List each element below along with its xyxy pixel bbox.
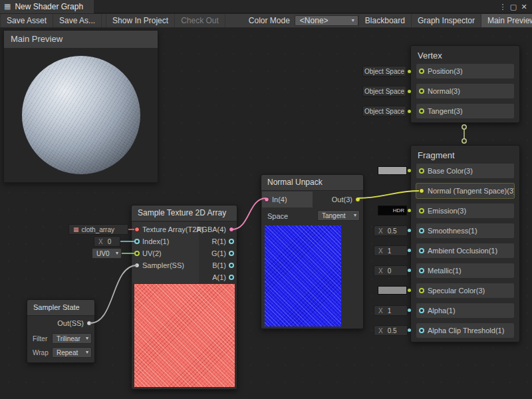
- output-r[interactable]: R(1): [212, 235, 237, 247]
- emission-widget-port: [408, 209, 411, 212]
- uv-channel-value: UV0: [96, 250, 109, 257]
- alpha-value-field[interactable]: X 1: [374, 305, 408, 316]
- base-color-widget-port: [408, 169, 411, 172]
- output-out3[interactable]: Out(3): [332, 194, 363, 205]
- input-in4[interactable]: In(4): [261, 194, 287, 205]
- fragment-row-normal-tangent-space[interactable]: Normal (Tangent Space)(3): [416, 184, 514, 198]
- index-value-field[interactable]: X 0: [94, 236, 120, 247]
- port-texture-array[interactable]: [134, 227, 140, 232]
- emission-hdr-swatch[interactable]: HDR: [378, 205, 407, 215]
- fragment-row-specular-color[interactable]: Specular Color(3): [416, 283, 514, 298]
- vertex-title: Vertex: [411, 46, 519, 64]
- fragment-row-ambient-occlusion[interactable]: Ambient Occlusion(1): [416, 243, 514, 258]
- fragment-row-base-color[interactable]: Base Color(3): [416, 164, 514, 178]
- show-in-project-button[interactable]: Show In Project: [106, 14, 175, 27]
- main-preview-title[interactable]: Main Preview: [4, 31, 158, 48]
- input-texture-array[interactable]: Texture Array(T2A): [132, 223, 203, 235]
- output-b[interactable]: B(1): [212, 259, 237, 271]
- window-title: New Shader Graph: [15, 2, 83, 11]
- blackboard-toggle-button[interactable]: Blackboard: [358, 14, 412, 27]
- tangent-space-dropdown[interactable]: Object Space: [362, 106, 406, 116]
- uv-channel-dropdown[interactable]: UV0 ▾: [92, 248, 122, 259]
- port-normal-tangent-space[interactable]: [419, 188, 424, 194]
- filter-dropdown[interactable]: Trilinear ▾: [52, 333, 92, 344]
- port-sampler[interactable]: [134, 263, 140, 268]
- sample-texture-2d-array-node[interactable]: Sample Texture 2D Array Texture Array(T2…: [131, 205, 237, 390]
- fragment-row-metallic[interactable]: Metallic(1): [416, 263, 514, 278]
- vertex-row-tangent[interactable]: Tangent(3): [416, 104, 514, 118]
- space-dropdown[interactable]: Tangent ▾: [317, 210, 360, 221]
- port-alpha-clip-threshold[interactable]: [419, 328, 424, 333]
- port-position[interactable]: [419, 68, 424, 74]
- save-as-button[interactable]: Save As...: [53, 14, 102, 27]
- port-out-ss[interactable]: [86, 321, 92, 326]
- port-in4[interactable]: [264, 197, 269, 202]
- port-out3[interactable]: [355, 197, 360, 202]
- sample-node-title[interactable]: Sample Texture 2D Array: [132, 205, 237, 221]
- sampler-state-title[interactable]: Sampler State: [27, 300, 94, 316]
- maximize-icon[interactable]: ▢: [508, 0, 519, 13]
- port-ambient-occlusion[interactable]: [419, 248, 424, 253]
- graph-inspector-toggle-button[interactable]: Graph Inspector: [412, 14, 481, 27]
- main-preview-toggle-button[interactable]: Main Preview: [481, 14, 532, 27]
- close-icon[interactable]: ✕: [519, 0, 529, 13]
- smoothness-value-field[interactable]: X 0.5: [374, 225, 408, 236]
- input-uv[interactable]: UV(2): [132, 247, 162, 259]
- port-r[interactable]: [229, 239, 234, 244]
- fragment-row-emission[interactable]: Emission(3): [416, 203, 514, 218]
- main-preview-panel[interactable]: Main Preview: [3, 30, 158, 183]
- position-space-dropdown[interactable]: Object Space: [362, 66, 406, 76]
- port-smoothness[interactable]: [419, 228, 424, 233]
- output-out-ss[interactable]: Out(SS): [57, 317, 94, 329]
- fragment-row-alpha-clip-threshold[interactable]: Alpha Clip Threshold(1): [416, 323, 514, 338]
- input-sampler[interactable]: Sampler(SS): [132, 259, 184, 271]
- axis-label: X: [98, 238, 103, 245]
- kebab-menu-icon[interactable]: ⋮: [497, 0, 508, 13]
- vertex-row-position[interactable]: Position(3): [416, 64, 514, 78]
- alpha-clip-threshold-value-field[interactable]: X 0.5: [374, 325, 408, 336]
- output-a[interactable]: A(1): [212, 271, 237, 283]
- port-emission[interactable]: [419, 208, 424, 213]
- main-preview-viewport[interactable]: [4, 48, 158, 182]
- port-tangent[interactable]: [419, 108, 424, 114]
- graph-tab[interactable]: ▦ New Shader Graph: [0, 0, 94, 13]
- port-label: Index(1): [142, 237, 169, 245]
- metallic-value: 0: [388, 267, 392, 275]
- input-index[interactable]: Index(1): [132, 235, 169, 247]
- wrap-dropdown[interactable]: Repeat ▾: [52, 347, 92, 358]
- fragment-node[interactable]: Fragment Base Color(3) Normal (Tangent S…: [410, 145, 520, 342]
- vertex-node[interactable]: Vertex Position(3) Normal(3) Tangent(3): [410, 45, 520, 123]
- port-index[interactable]: [134, 239, 140, 244]
- metallic-value-field[interactable]: X 0: [374, 265, 408, 276]
- fragment-row-smoothness[interactable]: Smoothness(1): [416, 223, 514, 238]
- save-asset-button[interactable]: Save Asset: [0, 14, 53, 27]
- port-g[interactable]: [229, 251, 234, 256]
- vertex-row-label: Tangent(3): [428, 107, 463, 115]
- normal-unpack-title[interactable]: Normal Unpack: [261, 175, 363, 191]
- port-b[interactable]: [229, 263, 234, 268]
- port-normal[interactable]: [419, 88, 424, 94]
- output-rgba[interactable]: RGBA(4): [196, 223, 237, 235]
- color-mode-dropdown[interactable]: <None> ▾: [295, 15, 358, 26]
- normal-space-dropdown[interactable]: Object Space: [362, 86, 406, 96]
- sampler-state-node[interactable]: Sampler State Out(SS) Filter Trilinear ▾…: [27, 299, 95, 363]
- port-metallic[interactable]: [419, 268, 424, 273]
- base-color-swatch[interactable]: [378, 166, 407, 175]
- shader-graph-icon: ▦: [4, 3, 11, 10]
- smoothness-widget-port: [408, 229, 411, 232]
- normal-unpack-node[interactable]: Normal Unpack In(4) Out(3) Space Tangent…: [261, 174, 364, 329]
- vertex-row-normal[interactable]: Normal(3): [416, 84, 514, 98]
- texture-array-object-field[interactable]: ▦ cloth_array: [68, 224, 128, 235]
- port-specular-color[interactable]: [419, 288, 424, 293]
- space-label: Space: [267, 212, 288, 220]
- chevron-down-icon: ▾: [86, 350, 88, 355]
- port-alpha[interactable]: [419, 308, 424, 313]
- port-rgba[interactable]: [229, 227, 234, 232]
- port-base-color[interactable]: [419, 168, 424, 174]
- port-uv[interactable]: [134, 251, 140, 256]
- ambient-occlusion-value-field[interactable]: X 1: [374, 245, 408, 256]
- output-g[interactable]: G(1): [211, 247, 237, 259]
- fragment-row-alpha[interactable]: Alpha(1): [416, 303, 514, 318]
- port-a[interactable]: [229, 275, 234, 280]
- specular-color-swatch[interactable]: [378, 286, 407, 295]
